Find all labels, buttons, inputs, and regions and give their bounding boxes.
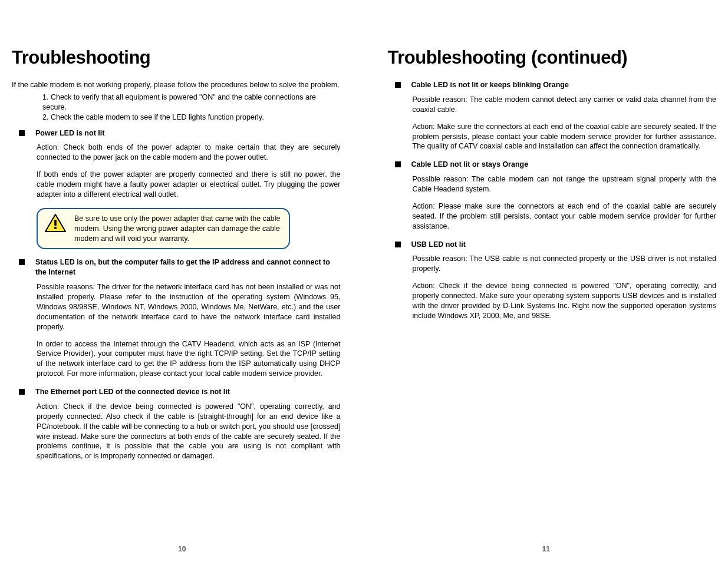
bullet-icon [19, 130, 25, 136]
warning-icon [45, 214, 66, 233]
section-ethernet-led: The Ethernet port LED of the connected d… [12, 387, 341, 461]
svg-rect-2 [54, 227, 57, 229]
section-cable-led-orange: Cable LED not lit or stays Orange Possib… [388, 160, 717, 231]
section-title: Cable LED is not lit or keeps blinking O… [411, 80, 569, 90]
bullet-icon [395, 242, 401, 247]
heading-right: Troubleshooting (continued) [388, 47, 717, 68]
heading-left: Troubleshooting [12, 47, 341, 68]
intro-text: If the cable modem is not working proper… [12, 80, 341, 90]
section-title: Cable LED not lit or stays Orange [411, 160, 529, 170]
section-usb-led: USB LED not lit Possible reason: The USB… [388, 240, 717, 321]
page-left: Troubleshooting If the cable modem is no… [0, 12, 364, 556]
bullet-icon [19, 259, 25, 265]
document-spread: Troubleshooting If the cable modem is no… [0, 0, 728, 562]
paragraph: Possible reasons: The driver for the net… [37, 282, 341, 332]
step-2: 2. Check the cable modem to see if the L… [42, 113, 341, 123]
page-right: Troubleshooting (continued) Cable LED is… [364, 12, 729, 556]
step-list: 1. Check to verify that all equipment is… [42, 92, 341, 123]
section-title: Status LED is on, but the computer fails… [35, 257, 341, 277]
page-number-right: 11 [364, 545, 729, 553]
step-1: 1. Check to verify that all equipment is… [42, 92, 341, 113]
section-status-led: Status LED is on, but the computer fails… [12, 257, 341, 379]
paragraph: Action: Check both ends of the power ada… [37, 143, 341, 163]
paragraph: Possible reason: The USB cable is not co… [413, 254, 717, 274]
paragraph: Action: Check if the device being connec… [37, 402, 341, 461]
paragraph: Action: Make sure the connectors at each… [413, 122, 717, 152]
svg-rect-1 [54, 220, 57, 226]
warning-callout: Be sure to use only the power adapter th… [37, 208, 290, 250]
section-title: The Ethernet port LED of the connected d… [35, 387, 230, 397]
section-title: USB LED not lit [411, 240, 466, 250]
bullet-icon [19, 389, 25, 395]
section-title: Power LED is not lit [35, 128, 104, 138]
paragraph: Action: Check if the device being connec… [413, 281, 717, 321]
bullet-icon [395, 82, 401, 88]
bullet-icon [395, 161, 401, 167]
page-number-left: 10 [0, 545, 364, 553]
paragraph: If both ends of the power adapter are pr… [37, 170, 341, 200]
paragraph: Action: Please make sure the connectors … [413, 201, 717, 232]
paragraph: Possible reason: The cable modem cannot … [413, 95, 717, 115]
warning-text: Be sure to use only the power adapter th… [74, 214, 282, 244]
paragraph: Possible reason: The cable modem can not… [413, 174, 717, 194]
paragraph: In order to access the Internet through … [37, 339, 341, 379]
section-power-led: Power LED is not lit Action: Check both … [12, 128, 341, 200]
section-cable-led-blink: Cable LED is not lit or keeps blinking O… [388, 80, 717, 151]
